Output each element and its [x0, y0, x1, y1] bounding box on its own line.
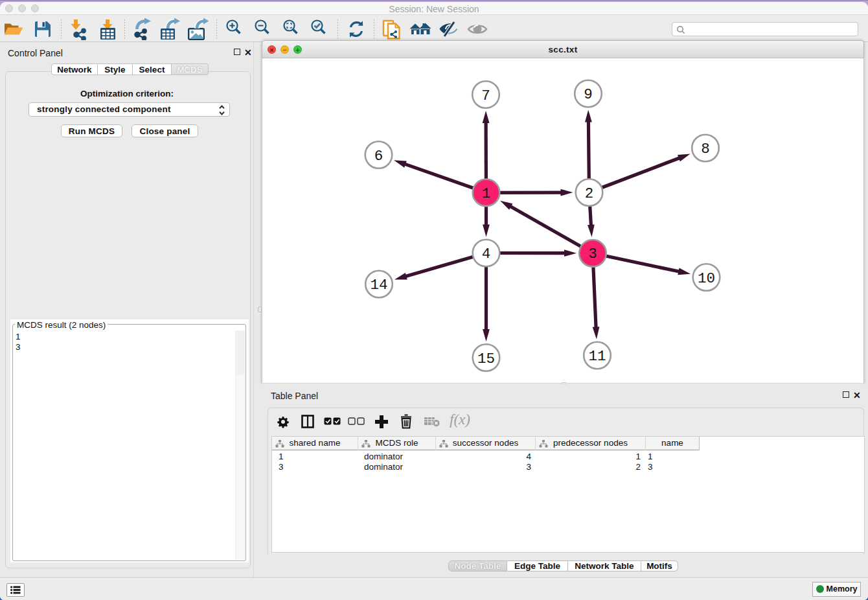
svg-text:3: 3 [588, 246, 597, 262]
svg-text:11: 11 [588, 348, 606, 365]
svg-text:4: 4 [482, 246, 491, 262]
svg-text:9: 9 [584, 86, 593, 103]
svg-text:15: 15 [477, 351, 495, 367]
svg-text:2: 2 [585, 185, 594, 202]
svg-text:14: 14 [370, 277, 387, 294]
svg-text:8: 8 [701, 141, 710, 157]
svg-text:10: 10 [698, 270, 715, 287]
svg-text:6: 6 [374, 148, 383, 165]
svg-text:7: 7 [481, 87, 490, 104]
svg-text:1: 1 [482, 185, 491, 202]
